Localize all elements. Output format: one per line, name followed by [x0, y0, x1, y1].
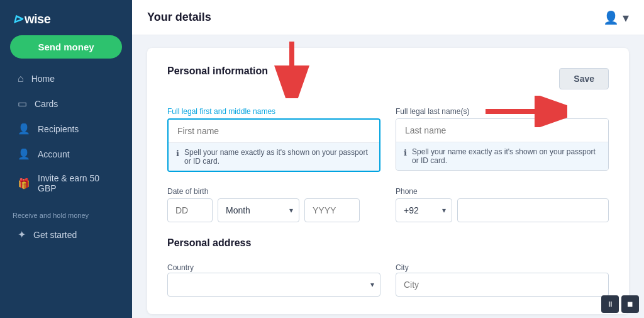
info-icon-first-name: ℹ — [176, 149, 179, 158]
stop-icon: ⏹ — [626, 300, 634, 309]
sidebar-secondary-nav: ✦ Get started — [0, 222, 132, 253]
last-name-label: Full legal last name(s) — [396, 107, 609, 116]
personal-info-title: Personal information — [167, 65, 268, 77]
country-group: Country ▾ — [167, 261, 380, 297]
main-content: Your details 👤 ▾ — [132, 0, 644, 318]
sidebar-item-account[interactable]: 👤 Account — [5, 142, 127, 166]
country-select-wrapper: ▾ — [167, 273, 380, 297]
card-header: Personal information Save — [167, 65, 609, 92]
sidebar-item-label-cards: Cards — [35, 99, 58, 109]
sidebar-item-cards[interactable]: ▭ Cards — [5, 91, 127, 116]
dob-day-input[interactable] — [167, 198, 213, 222]
sidebar-item-label-home: Home — [31, 74, 55, 84]
chevron-down-icon[interactable]: ▾ — [623, 10, 629, 25]
logo-area: ⊳ wise — [0, 0, 132, 35]
last-name-hint: ℹ Spell your name exactly as it's shown … — [396, 142, 608, 170]
page-title: Your details — [147, 11, 211, 24]
address-row: Country ▾ City — [167, 261, 609, 297]
personal-address-title: Personal address — [167, 237, 609, 249]
first-name-group: Full legal first and middle names ℹ Spel… — [167, 107, 380, 172]
sidebar-item-get-started[interactable]: ✦ Get started — [5, 222, 127, 247]
logo-symbol: ⊳ — [13, 11, 23, 26]
sidebar-item-label-get-started: Get started — [33, 230, 77, 240]
phone-inputs: +92 +1 +44 +91 ▾ 3207879091 — [396, 198, 609, 222]
first-name-label: Full legal first and middle names — [167, 107, 380, 116]
bottom-bar: ⏸ ⏹ — [601, 295, 639, 313]
last-name-group: Full legal last name(s) ℹ Spell your nam… — [396, 107, 609, 172]
dob-label: Date of birth — [167, 187, 380, 196]
sidebar: ⊳ wise Send money ⌂ Home ▭ Cards 👤 Recip… — [0, 0, 132, 318]
phone-number-input[interactable]: 3207879091 — [457, 198, 609, 222]
info-icon-last-name: ℹ — [404, 148, 407, 157]
city-input[interactable] — [396, 273, 609, 297]
pause-button[interactable]: ⏸ — [601, 295, 619, 313]
top-bar-actions: 👤 ▾ — [603, 10, 629, 25]
recipients-icon: 👤 — [18, 123, 30, 135]
gift-icon: 🎁 — [18, 178, 30, 190]
sidebar-item-invite[interactable]: 🎁 Invite & earn 50 GBP — [5, 167, 127, 200]
phone-group: Phone +92 +1 +44 +91 ▾ — [396, 187, 609, 222]
sidebar-item-label-account: Account — [38, 149, 70, 159]
phone-code-wrapper: +92 +1 +44 +91 ▾ — [396, 198, 452, 222]
logo-text: wise — [25, 12, 50, 26]
city-group: City — [396, 261, 609, 297]
dob-group: Date of birth Month January February Mar… — [167, 187, 380, 222]
dob-year-input[interactable] — [304, 198, 360, 222]
country-label: Country — [167, 263, 194, 272]
personal-info-card: Personal information Save Full legal fir… — [147, 48, 629, 314]
last-name-hint-text: Spell your name exactly as it's shown on… — [412, 147, 601, 165]
sidebar-item-home[interactable]: ⌂ Home — [5, 67, 127, 91]
account-icon: 👤 — [18, 148, 30, 160]
sidebar-nav: ⌂ Home ▭ Cards 👤 Recipients 👤 Account 🎁 … — [0, 66, 132, 205]
dob-month-wrapper: Month January February March April May J… — [218, 198, 299, 222]
pause-icon: ⏸ — [606, 300, 614, 309]
name-row: Full legal first and middle names ℹ Spel… — [167, 107, 609, 172]
sidebar-item-recipients[interactable]: 👤 Recipients — [5, 116, 127, 141]
first-name-hint-text: Spell your name exactly as it's shown on… — [184, 148, 372, 166]
profile-icon[interactable]: 👤 — [603, 10, 619, 25]
dob-inputs: Month January February March April May J… — [167, 198, 380, 222]
receive-section-label: Receive and hold money — [0, 205, 132, 222]
first-name-input-wrapper: ℹ Spell your name exactly as it's shown … — [167, 118, 380, 172]
send-money-button[interactable]: Send money — [10, 35, 122, 59]
first-name-hint: ℹ Spell your name exactly as it's shown … — [169, 142, 379, 171]
city-label: City — [396, 263, 409, 272]
stop-button[interactable]: ⏹ — [621, 295, 639, 313]
sidebar-item-label-invite: Invite & earn 50 GBP — [38, 173, 114, 193]
dob-month-select[interactable]: Month January February March April May J… — [218, 198, 299, 222]
phone-code-select[interactable]: +92 +1 +44 +91 — [396, 198, 452, 222]
wise-logo: ⊳ wise — [13, 11, 50, 26]
sparkle-icon: ✦ — [18, 229, 26, 241]
sidebar-item-label-recipients: Recipients — [38, 124, 79, 134]
top-bar: Your details 👤 ▾ — [132, 0, 644, 35]
form-container: Personal information Save Full legal fir… — [147, 48, 629, 314]
personal-address-section: Personal address Country ▾ — [167, 237, 609, 297]
cards-icon: ▭ — [18, 98, 27, 110]
last-name-input[interactable] — [396, 119, 608, 142]
home-icon: ⌂ — [18, 73, 24, 84]
phone-label: Phone — [396, 187, 609, 196]
content-area: Personal information Save Full legal fir… — [132, 35, 644, 318]
save-button[interactable]: Save — [559, 68, 609, 89]
dob-phone-row: Date of birth Month January February Mar… — [167, 187, 609, 222]
country-select[interactable] — [167, 273, 380, 297]
last-name-input-wrapper: ℹ Spell your name exactly as it's shown … — [396, 118, 609, 171]
first-name-input[interactable] — [169, 120, 379, 142]
